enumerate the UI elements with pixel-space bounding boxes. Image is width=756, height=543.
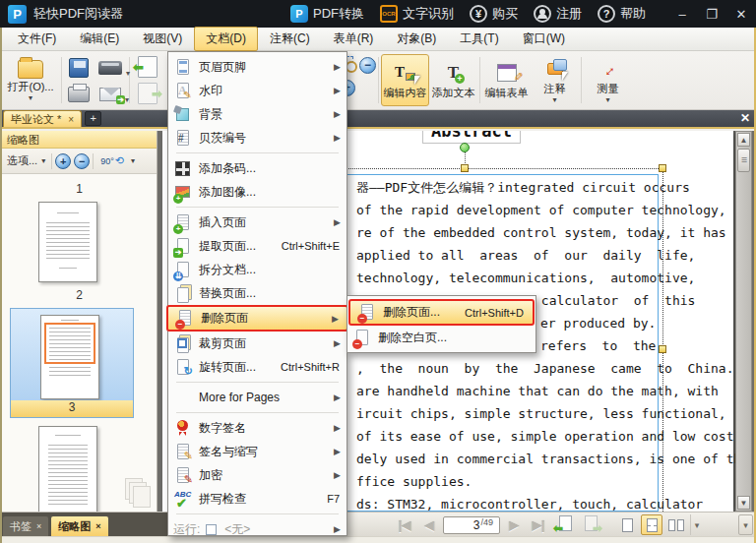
menu-item-more-for-pages[interactable]: More for Pages▶ xyxy=(170,386,345,409)
menu-view[interactable]: 视图(V) xyxy=(131,27,194,51)
print-button[interactable] xyxy=(68,87,90,102)
menu-item-delete-pages[interactable]: − 删除页面▶ xyxy=(166,305,348,332)
menu-comment[interactable]: 注释(C) xyxy=(258,27,322,51)
email-button[interactable]: ➔▾ xyxy=(99,88,121,101)
submenu-item-delete-pages[interactable]: − 删除页面... Ctrl+Shift+D xyxy=(348,299,535,326)
new-tab-button[interactable]: + xyxy=(85,111,101,126)
open-button[interactable]: 打开(O)... ▾ xyxy=(2,54,59,106)
menu-item-add-image[interactable]: + 添加图像... xyxy=(170,180,345,204)
thumbnail-page-2[interactable] xyxy=(38,202,97,282)
minimize-button[interactable]: – xyxy=(667,0,697,28)
scroll-down-icon[interactable]: ▼ xyxy=(737,496,750,510)
selection-handle-top-center[interactable] xyxy=(461,164,469,172)
thumbnails-tab-close-icon[interactable]: × xyxy=(95,521,100,531)
previous-view-button[interactable] xyxy=(138,56,158,78)
menu-item-digital-signature[interactable]: 数字签名▶ xyxy=(170,416,345,440)
thumbnail-page-3[interactable] xyxy=(40,315,99,399)
menu-item-insert-pages[interactable]: + 插入页面▶ xyxy=(170,211,345,234)
statusbar-caret-icon[interactable]: ▾ xyxy=(738,514,753,535)
menu-object[interactable]: 对象(B) xyxy=(385,27,448,51)
last-page-button[interactable]: ▶| xyxy=(528,515,549,535)
delete-pages-icon: − xyxy=(175,309,195,328)
add-text-button[interactable]: T+ 添加文本 xyxy=(429,54,477,106)
single-page-layout-button[interactable] xyxy=(616,514,638,535)
thumb-number-1: 1 xyxy=(2,182,157,196)
edit-form-button[interactable]: ✎ 编辑表单 xyxy=(482,54,531,106)
register-button[interactable]: 注册 xyxy=(534,5,582,23)
close-button[interactable]: ✕ xyxy=(726,0,756,28)
thumbnail-toolbar-caret-icon[interactable]: ▾ xyxy=(131,158,135,164)
rotate-thumbnail-button[interactable]: 90° ⟲ xyxy=(96,152,128,169)
zoom-out-button[interactable]: − xyxy=(359,57,376,74)
menu-item-bates-numbering[interactable]: # 贝茨编号▶ xyxy=(170,126,345,150)
annotate-icon xyxy=(532,57,578,81)
pdf-convert-icon: P xyxy=(290,5,308,23)
menu-window[interactable]: 窗口(W) xyxy=(511,27,577,51)
buy-button[interactable]: ¥ 购买 xyxy=(470,5,518,23)
menu-item-split-document[interactable]: ⇊ 拆分文档... xyxy=(170,258,345,281)
bookmarks-tab-close-icon[interactable]: × xyxy=(36,521,41,531)
document-menu: 页眉页脚▶ A✎ 水印▶ 背景▶ # 贝茨编号▶ 添加条码... + 添加图像.… xyxy=(167,51,347,536)
thumbnail-page-4[interactable] xyxy=(38,426,97,512)
measure-button[interactable]: ↔ 测量 ▾ xyxy=(584,54,632,106)
thumbnail-zoom-out-button[interactable]: − xyxy=(74,153,90,169)
annotate-button[interactable]: 注释 ▾ xyxy=(531,54,579,106)
next-view-button[interactable] xyxy=(138,83,158,104)
buy-icon: ¥ xyxy=(470,5,487,23)
continuous-layout-button[interactable] xyxy=(641,514,662,535)
edit-form-icon: ✎ xyxy=(483,61,530,85)
menu-item-spell-check[interactable]: ABC✔ 拼写检查 F7 xyxy=(170,487,345,511)
menu-document[interactable]: 文档(D) xyxy=(194,27,258,51)
menu-form[interactable]: 表单(R) xyxy=(322,27,386,51)
menu-item-rotate-pages[interactable]: ↻ 旋转页面... Ctrl+Shift+R xyxy=(170,355,345,379)
next-view-page-button[interactable] xyxy=(581,515,600,535)
menu-item-header-footer[interactable]: 页眉页脚▶ xyxy=(170,55,345,79)
vertical-scrollbar[interactable]: ▲ ☰ ▼ xyxy=(735,131,752,512)
thumbnail-page-3-selected[interactable]: 3 xyxy=(10,308,134,418)
rotate-selection-handle[interactable] xyxy=(460,143,470,152)
close-document-button[interactable]: ✕ xyxy=(740,111,750,125)
ocr-button[interactable]: OCR 文字识别 xyxy=(380,5,454,23)
menu-item-extract-pages[interactable]: ➔ 提取页面... Ctrl+Shift+E xyxy=(170,234,345,258)
menu-item-watermark[interactable]: A✎ 水印▶ xyxy=(170,79,345,102)
selection-handle-top-right[interactable] xyxy=(659,164,666,172)
menu-item-crop-pages[interactable]: 裁剪页面▶ xyxy=(170,332,345,355)
scroll-up-icon[interactable]: ▲ xyxy=(737,133,750,147)
menu-item-encrypt[interactable]: ✎ 加密▶ xyxy=(170,463,345,487)
document-tab-close-icon[interactable]: × xyxy=(68,114,74,125)
pdf-line: , the noun by the Japanese came to China… xyxy=(356,357,749,380)
scan-button[interactable]: ▾ xyxy=(98,61,122,75)
facing-pages-layout-button[interactable] xyxy=(665,514,687,535)
bookmarks-tab[interactable]: 书签 × xyxy=(3,516,48,536)
thumbnails-tab[interactable]: 缩略图 × xyxy=(51,516,107,536)
add-barcode-icon xyxy=(173,159,193,178)
layout-options-caret-icon[interactable]: ▾ xyxy=(690,514,703,535)
scrollbar-thumb[interactable]: ☰ xyxy=(737,149,750,172)
save-button[interactable] xyxy=(69,58,89,78)
menu-item-add-barcode[interactable]: 添加条码... xyxy=(170,156,345,180)
menu-edit[interactable]: 编辑(E) xyxy=(68,27,131,51)
next-page-button[interactable]: ▶ xyxy=(503,515,525,535)
menu-file[interactable]: 文件(F) xyxy=(6,27,68,51)
edit-content-button[interactable]: T 编辑内容 xyxy=(381,54,429,106)
menu-item-sign-initials[interactable]: ✎ 签名与缩写▶ xyxy=(170,440,345,463)
menu-item-background[interactable]: 背景▶ xyxy=(170,102,345,126)
thumbnail-options-button[interactable]: 选项... ▾ xyxy=(4,151,48,170)
previous-page-button[interactable]: ◀ xyxy=(418,515,440,535)
maximize-button[interactable]: ❐ xyxy=(697,0,726,28)
help-button[interactable]: ? 帮助 xyxy=(598,5,646,23)
page-number-input[interactable]: 3 /49 xyxy=(443,516,500,534)
pdf-convert-button[interactable]: P PDF转换 xyxy=(290,5,364,23)
page-heading[interactable]: Abstract xyxy=(422,131,521,144)
help-icon: ? xyxy=(598,5,615,23)
previous-view-page-button[interactable] xyxy=(555,515,575,535)
menubar: 文件(F) 编辑(E) 视图(V) 文档(D) 注释(C) 表单(R) 对象(B… xyxy=(0,28,756,51)
register-label: 注册 xyxy=(556,5,582,23)
menu-item-replace-pages[interactable]: 替换页面... xyxy=(170,281,345,305)
submenu-item-delete-blank-pages[interactable]: − 删除空白页... xyxy=(349,326,534,349)
first-page-button[interactable]: |◀ xyxy=(394,515,415,535)
menu-tools[interactable]: 工具(T) xyxy=(448,27,510,51)
menu-item-run[interactable]: 运行: <无> ▶ xyxy=(170,517,345,541)
thumbnail-zoom-in-button[interactable]: + xyxy=(55,153,71,169)
document-tab[interactable]: 毕业论文 * × xyxy=(3,110,82,127)
